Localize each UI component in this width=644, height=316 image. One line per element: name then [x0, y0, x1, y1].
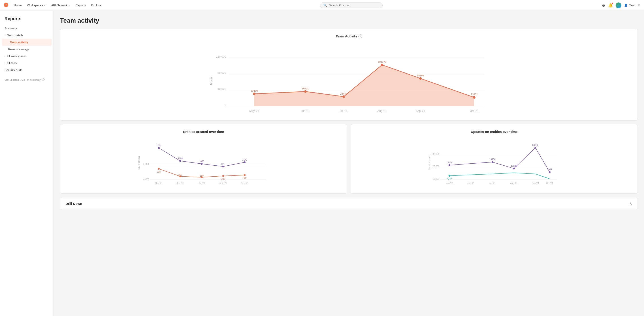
- team-details-chevron-icon: ▾: [4, 34, 6, 37]
- sidebar-item-team-activity[interactable]: Team activity: [2, 39, 52, 46]
- svg-point-43: [201, 163, 203, 165]
- notification-dot: [612, 3, 613, 4]
- entities-chart-title: Entities created over time: [66, 130, 342, 133]
- svg-text:Aug '21: Aug '21: [377, 109, 387, 112]
- svg-point-27: [473, 96, 475, 99]
- svg-text:40,000: 40,000: [218, 87, 226, 91]
- svg-text:30,000: 30,000: [432, 153, 440, 155]
- svg-point-47: [244, 161, 246, 163]
- team-activity-chart-card: Team Activity i Activity 0 40,000 80,000…: [60, 29, 638, 121]
- svg-text:34362: 34362: [532, 144, 538, 146]
- svg-text:68396: 68396: [417, 74, 424, 77]
- sidebar-footer: Last updated: 7:13 PM Yesterday ⓘ: [0, 75, 54, 84]
- nav-explore[interactable]: Explore: [90, 3, 103, 8]
- svg-text:2,000: 2,000: [143, 163, 148, 166]
- svg-text:876: 876: [221, 163, 225, 166]
- svg-text:309: 309: [243, 177, 246, 179]
- sidebar-item-resource-usage[interactable]: Resource usage: [0, 46, 54, 53]
- chevron-up-icon[interactable]: ∧: [629, 201, 632, 206]
- postman-logo: [4, 3, 8, 8]
- drill-down-bar[interactable]: Drill Down ∧: [60, 197, 638, 210]
- notifications-icon[interactable]: 🔔: [608, 3, 613, 8]
- svg-point-72: [449, 164, 450, 166]
- sidebar-item-all-apis[interactable]: › All APIs: [0, 60, 54, 67]
- svg-point-21: [342, 95, 345, 98]
- bottom-charts-row: Entities created over time No. of entiti…: [60, 124, 638, 194]
- updates-svg: No. of updates 10,000 20,000 30,000 May …: [356, 138, 632, 187]
- svg-text:No. of updates: No. of updates: [428, 155, 431, 170]
- svg-text:21652: 21652: [470, 93, 478, 96]
- info-icon[interactable]: ⓘ: [42, 78, 44, 81]
- updates-chart-title: Updates on entities over time: [356, 130, 632, 133]
- svg-text:Jun '21: Jun '21: [177, 182, 184, 185]
- svg-text:36431: 36431: [302, 87, 309, 90]
- svg-text:20,000: 20,000: [432, 165, 440, 168]
- team-activity-svg: Activity 0 40,000 80,000 120,000 May '21…: [66, 43, 632, 114]
- svg-text:4247: 4247: [447, 178, 452, 180]
- svg-text:18936: 18936: [490, 158, 496, 161]
- svg-point-78: [534, 147, 536, 148]
- svg-point-45: [222, 166, 224, 168]
- svg-point-80: [549, 171, 551, 173]
- api-network-chevron-icon: ▼: [68, 4, 70, 7]
- team-menu[interactable]: 👤 Team ▼: [624, 4, 640, 7]
- svg-text:Aug '21: Aug '21: [510, 182, 518, 185]
- svg-point-39: [158, 147, 160, 149]
- svg-text:Sep '21: Sep '21: [532, 182, 539, 185]
- svg-text:15414: 15414: [446, 161, 453, 164]
- svg-point-25: [419, 77, 422, 80]
- svg-text:30450: 30450: [250, 89, 258, 92]
- sidebar-item-team-details[interactable]: ▾ Team details: [0, 32, 54, 39]
- sidebar-item-security-audit[interactable]: Security Audit: [0, 67, 54, 74]
- svg-point-49: [158, 168, 160, 170]
- team-person-icon: 👤: [624, 4, 628, 7]
- nav-home[interactable]: Home: [12, 3, 24, 8]
- layout: Reports Summary ▾ Team details Team acti…: [0, 0, 644, 316]
- svg-text:120,000: 120,000: [216, 55, 226, 58]
- svg-text:Jul '21: Jul '21: [489, 182, 496, 185]
- team-activity-info-icon[interactable]: i: [358, 35, 362, 38]
- svg-text:1,000: 1,000: [143, 178, 148, 180]
- sidebar-item-all-workspaces[interactable]: › All Workspaces: [0, 53, 54, 60]
- workspaces-chevron-icon: ▼: [44, 4, 46, 7]
- settings-icon[interactable]: ⚙: [602, 3, 605, 8]
- svg-text:2144: 2144: [156, 144, 161, 147]
- sync-icon[interactable]: [616, 3, 622, 8]
- sidebar-title: Reports: [0, 15, 54, 25]
- svg-text:218: 218: [178, 174, 182, 176]
- svg-text:Jun '21: Jun '21: [468, 182, 474, 185]
- svg-point-74: [492, 161, 494, 163]
- all-apis-chevron-icon: ›: [4, 62, 5, 64]
- svg-text:150: 150: [200, 175, 204, 177]
- svg-text:Jun '21: Jun '21: [301, 109, 310, 112]
- svg-text:Aug '21: Aug '21: [220, 182, 227, 185]
- nav-reports[interactable]: Reports: [74, 3, 88, 8]
- search-bar[interactable]: 🔍: [320, 3, 383, 8]
- search-input[interactable]: [329, 4, 374, 7]
- svg-text:May '21: May '21: [249, 109, 259, 112]
- page-title: Team activity: [60, 17, 638, 24]
- topnav: Home Workspaces ▼ API Network ▼ Reports …: [0, 0, 644, 11]
- svg-text:80,000: 80,000: [218, 71, 226, 74]
- svg-point-17: [253, 93, 255, 95]
- svg-text:Oct '21: Oct '21: [546, 182, 553, 185]
- svg-text:0: 0: [224, 104, 226, 107]
- nav-api-network[interactable]: API Network ▼: [50, 3, 72, 8]
- svg-text:Sep '21: Sep '21: [241, 182, 248, 185]
- entities-svg: No. of entities 1,000 2,000 May '21 Jun …: [66, 138, 342, 187]
- main-content: Team activity Team Activity i Activity 0…: [54, 11, 644, 316]
- svg-text:No. of entities: No. of entities: [138, 156, 140, 170]
- svg-text:729: 729: [157, 171, 161, 173]
- svg-point-41: [180, 160, 181, 162]
- nav-workspaces[interactable]: Workspaces ▼: [25, 3, 48, 8]
- svg-text:1254: 1254: [178, 157, 183, 160]
- updates-chart-card: Updates on entities over time No. of upd…: [351, 124, 638, 194]
- svg-text:Oct '21: Oct '21: [470, 109, 478, 112]
- svg-point-57: [244, 174, 246, 176]
- svg-text:1170: 1170: [242, 159, 247, 161]
- svg-text:7929: 7929: [547, 168, 552, 171]
- svg-text:Jul '21: Jul '21: [198, 182, 205, 185]
- svg-point-76: [513, 168, 515, 170]
- nav-icons: ⚙ 🔔 👤 Team ▼: [602, 3, 640, 8]
- sidebar-item-summary[interactable]: Summary: [0, 25, 54, 32]
